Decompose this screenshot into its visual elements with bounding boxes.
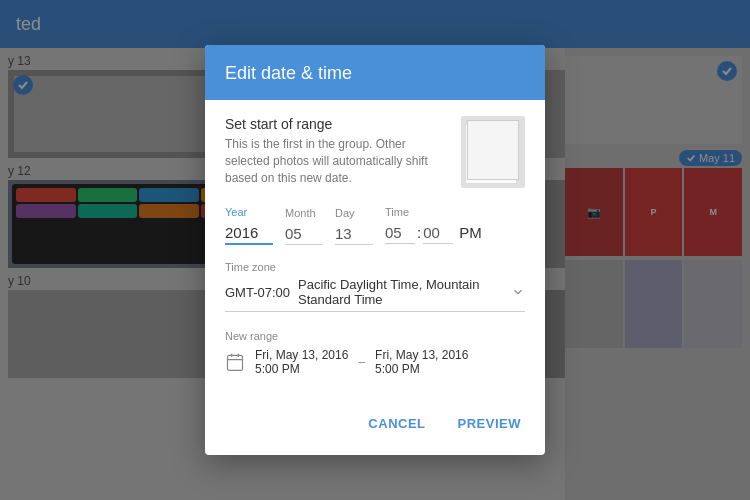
timezone-section: Time zone GMT-07:00 Pacific Daylight Tim… — [225, 261, 525, 312]
month-field-group: Month — [285, 207, 323, 245]
preview-button[interactable]: PREVIEW — [446, 408, 533, 439]
new-range-label: New range — [225, 330, 525, 342]
chevron-down-icon — [511, 285, 525, 299]
month-label: Month — [285, 207, 323, 219]
new-range-row: Fri, May 13, 2016 5:00 PM – Fri, May 13,… — [225, 348, 525, 376]
range-description: This is the first in the group. Other se… — [225, 136, 449, 186]
time-minute-input[interactable] — [423, 222, 453, 244]
timezone-dropdown[interactable]: GMT-07:00 Pacific Daylight Time, Mountai… — [225, 277, 525, 312]
range-start-date: Fri, May 13, 2016 — [255, 348, 348, 362]
edit-date-time-dialog: Edit date & time Set start of range This… — [205, 45, 545, 455]
range-end: Fri, May 13, 2016 5:00 PM — [375, 348, 468, 376]
dialog-body: Set start of range This is the first in … — [205, 100, 545, 400]
range-start-time: 5:00 PM — [255, 362, 348, 376]
range-text: Set start of range This is the first in … — [225, 116, 449, 186]
range-end-date: Fri, May 13, 2016 — [375, 348, 468, 362]
range-end-time: 5:00 PM — [375, 362, 468, 376]
day-field-group: Day — [335, 207, 373, 245]
range-start: Fri, May 13, 2016 5:00 PM — [255, 348, 348, 376]
dialog-footer: CANCEL PREVIEW — [205, 400, 545, 455]
time-field-group: Time : PM — [385, 206, 482, 245]
new-range-section: New range Fri, May 13, 2016 5:00 PM – — [225, 330, 525, 376]
range-dash: – — [358, 355, 365, 369]
time-label: Time — [385, 206, 482, 218]
modal-overlay: Edit date & time Set start of range This… — [0, 0, 750, 500]
calendar-icon — [225, 352, 245, 372]
year-input[interactable] — [225, 222, 273, 245]
range-thumbnail — [461, 116, 525, 188]
dialog-header: Edit date & time — [205, 45, 545, 100]
timezone-offset: GMT-07:00 — [225, 285, 290, 300]
year-label: Year — [225, 206, 273, 218]
timezone-label: Time zone — [225, 261, 525, 273]
range-section: Set start of range This is the first in … — [225, 116, 525, 188]
month-input[interactable] — [285, 223, 323, 245]
range-label: Set start of range — [225, 116, 449, 132]
day-input[interactable] — [335, 223, 373, 245]
date-time-fields: Year Month Day Time : — [225, 206, 525, 245]
day-label: Day — [335, 207, 373, 219]
time-inputs: : PM — [385, 222, 482, 245]
timezone-name: Pacific Daylight Time, Mountain Standard… — [298, 277, 503, 307]
time-separator: : — [417, 224, 421, 245]
svg-rect-0 — [228, 355, 243, 370]
time-hour-input[interactable] — [385, 222, 415, 244]
cancel-button[interactable]: CANCEL — [356, 408, 437, 439]
ampm-toggle[interactable]: PM — [459, 224, 482, 245]
year-field-group: Year — [225, 206, 273, 245]
dialog-title: Edit date & time — [225, 63, 525, 84]
